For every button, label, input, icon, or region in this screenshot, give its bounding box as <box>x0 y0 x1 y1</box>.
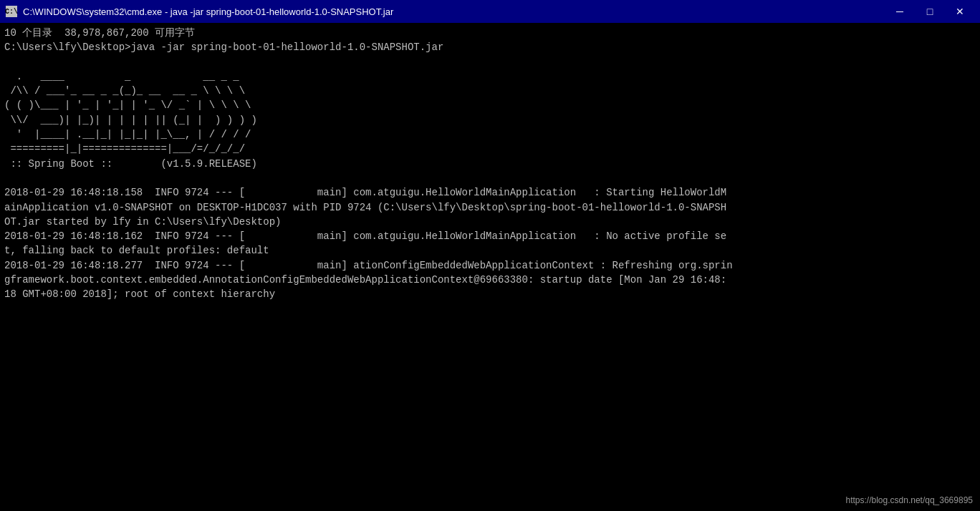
cmd-icon-text: C:\ <box>5 8 18 16</box>
titlebar: C:\ C:\WINDOWS\system32\cmd.exe - java -… <box>0 0 980 23</box>
terminal-output: 10 个目录 38,978,867,200 可用字节 C:\Users\lfy\… <box>0 23 980 511</box>
command-line: C:\Users\lfy\Desktop>java -jar spring-bo… <box>4 40 976 54</box>
watermark-text: https://blog.csdn.net/qq_3669895 <box>846 495 973 505</box>
log-line-2b: t, falling back to default profiles: def… <box>4 243 976 258</box>
watermark: https://blog.csdn.net/qq_3669895 <box>846 495 973 507</box>
log-line-1: 2018-01-29 16:48:18.158 INFO 9724 --- [ … <box>4 185 976 200</box>
close-button[interactable]: ✕ <box>946 2 974 21</box>
dir-count-line: 10 个目录 38,978,867,200 可用字节 <box>4 26 976 40</box>
log-line-3: 2018-01-29 16:48:18.277 INFO 9724 --- [ … <box>4 258 976 273</box>
titlebar-left: C:\ C:\WINDOWS\system32\cmd.exe - java -… <box>6 6 393 17</box>
cmd-icon: C:\ <box>6 6 17 17</box>
window-title: C:\WINDOWS\system32\cmd.exe - java -jar … <box>23 6 393 17</box>
log-line-2: 2018-01-29 16:48:18.162 INFO 9724 --- [ … <box>4 229 976 243</box>
log-line-3b: gframework.boot.context.embedded.Annotat… <box>4 273 976 287</box>
log-line-1b: ainApplication v1.0-SNAPSHOT on DESKTOP-… <box>4 200 976 215</box>
log-line-1c: OT.jar started by lfy in C:\Users\lfy\De… <box>4 215 976 229</box>
titlebar-controls: ─ □ ✕ <box>885 2 974 21</box>
minimize-button[interactable]: ─ <box>885 2 914 21</box>
maximize-button[interactable]: □ <box>916 2 944 21</box>
spring-boot-label: :: Spring Boot :: (v1.5.9.RELEASE) <box>4 157 976 171</box>
spring-ascii-art: . ____ _ __ _ _ /\\ / ___'_ __ _ _(_)_ _… <box>4 55 976 157</box>
blank-line <box>4 171 976 185</box>
log-line-3c: 18 GMT+08:00 2018]; root of context hier… <box>4 287 976 301</box>
